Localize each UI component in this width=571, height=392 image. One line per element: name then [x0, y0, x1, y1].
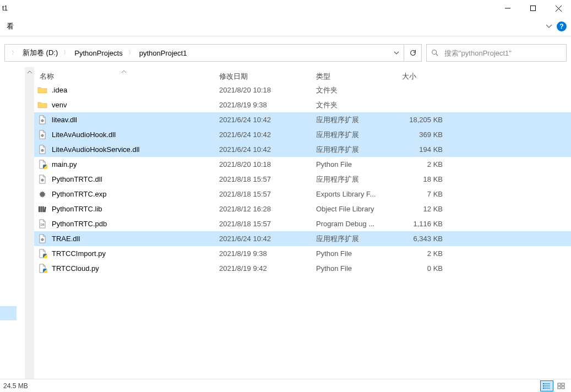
svg-rect-31: [562, 386, 564, 389]
svg-rect-29: [562, 383, 564, 385]
file-name: PythonTRTC.pdb: [52, 220, 107, 228]
file-name: TRTCCImport.py: [52, 249, 106, 258]
details-view-button[interactable]: [540, 380, 553, 391]
thumbnails-view-button[interactable]: [554, 380, 568, 391]
breadcrumb-segment[interactable]: pythonProject1: [137, 45, 189, 61]
file-date: 2021/6/24 10:42: [214, 235, 311, 243]
window-title: t1: [2, 4, 8, 12]
file-name: PythonTRTC.lib: [52, 205, 102, 213]
ribbon-collapse-icon[interactable]: [546, 23, 552, 30]
file-name: TRAE.dll: [52, 235, 80, 243]
file-size: 2 KB: [396, 249, 446, 258]
file-type: 文件夹: [311, 85, 396, 95]
dll-icon: [37, 175, 47, 184]
file-date: 2021/8/18 15:57: [214, 220, 311, 228]
file-size: 1,116 KB: [396, 220, 446, 228]
nav-selected-item[interactable]: [0, 306, 17, 320]
table-row[interactable]: main.py2021/8/20 10:18Python File2 KB: [34, 157, 571, 172]
file-type: 应用程序扩展: [311, 145, 396, 155]
file-date: 2021/6/24 10:42: [214, 116, 311, 124]
file-date: 2021/8/18 15:57: [214, 190, 311, 198]
file-name: LiteAvAudioHook.dll: [52, 130, 116, 139]
file-date: 2021/6/24 10:42: [214, 145, 311, 154]
chevron-right-icon[interactable]: 〉: [8, 49, 20, 57]
breadcrumb-segment[interactable]: 新加卷 (D:): [20, 45, 60, 61]
table-row[interactable]: venv2021/8/19 9:38文件夹: [34, 97, 571, 112]
file-date: 2021/8/20 10:18: [214, 160, 311, 168]
refresh-button[interactable]: [404, 44, 422, 62]
gear-icon: [37, 189, 47, 199]
help-icon[interactable]: ?: [557, 21, 567, 31]
table-row[interactable]: TRTCCloud.py2021/8/19 9:42Python File0 K…: [34, 261, 571, 276]
file-name: TRTCCloud.py: [52, 264, 99, 273]
file-type: 应用程序扩展: [311, 175, 396, 184]
dll-icon: [37, 115, 47, 125]
address-bar[interactable]: 〉 新加卷 (D:) 〉 PythonProjects 〉 pythonProj…: [4, 44, 404, 62]
table-row[interactable]: TRTCCImport.py2021/8/19 9:38Python File2…: [34, 246, 571, 261]
file-size: 0 KB: [396, 264, 446, 273]
file-size: 369 KB: [396, 130, 446, 139]
table-row[interactable]: LiteAvAudioHook.dll2021/6/24 10:42应用程序扩展…: [34, 127, 571, 142]
chevron-right-icon[interactable]: 〉: [60, 49, 72, 57]
svg-rect-16: [41, 206, 42, 212]
minimize-button[interactable]: [495, 0, 520, 17]
table-row[interactable]: PythonTRTC.lib2021/8/12 16:28Object File…: [34, 202, 571, 216]
column-header-date[interactable]: 修改日期: [214, 72, 311, 81]
py-icon: [37, 160, 47, 170]
svg-point-7: [42, 120, 43, 121]
column-headers: 名称 修改日期 类型 大小: [34, 67, 571, 83]
search-box[interactable]: [426, 44, 567, 62]
svg-point-9: [42, 135, 43, 136]
table-row[interactable]: LiteAvAudioHookService.dll2021/6/24 10:4…: [34, 142, 571, 157]
file-date: 2021/6/24 10:42: [214, 130, 311, 139]
file-date: 2021/8/19 9:38: [214, 101, 311, 109]
search-icon: [431, 49, 439, 57]
maximize-button[interactable]: [520, 0, 546, 17]
file-type: 应用程序扩展: [311, 130, 396, 140]
nav-scrollbar[interactable]: [25, 67, 34, 388]
table-row[interactable]: .idea2021/8/20 10:18文件夹: [34, 83, 571, 97]
svg-point-13: [42, 179, 43, 181]
file-size: 7 KB: [396, 190, 446, 198]
folder-icon: [37, 85, 47, 95]
svg-text:DB: DB: [40, 223, 45, 226]
table-row[interactable]: PythonTRTC.exp2021/8/18 15:57Exports Lib…: [34, 187, 571, 202]
table-row[interactable]: DBPythonTRTC.pdb2021/8/18 15:57Program D…: [34, 216, 571, 231]
dll-icon: [37, 145, 47, 155]
svg-rect-30: [558, 386, 561, 389]
file-type: Python File: [311, 160, 396, 168]
file-name: PythonTRTC.exp: [52, 190, 106, 198]
svg-rect-28: [558, 383, 561, 385]
table-row[interactable]: TRAE.dll2021/6/24 10:42应用程序扩展6,343 KB: [34, 231, 571, 246]
search-input[interactable]: [443, 48, 562, 58]
file-name: main.py: [52, 160, 77, 168]
status-selection-size: 24.5 MB: [3, 382, 28, 390]
table-row[interactable]: liteav.dll2021/6/24 10:42应用程序扩展18,205 KB: [34, 112, 571, 127]
file-type: 应用程序扩展: [311, 115, 396, 125]
table-row[interactable]: PythonTRTC.dll2021/8/18 15:57应用程序扩展18 KB: [34, 172, 571, 187]
file-type: Object File Library: [311, 205, 396, 213]
file-type: Program Debug ...: [311, 220, 396, 228]
file-type: 应用程序扩展: [311, 234, 396, 244]
svg-rect-26: [543, 385, 544, 386]
svg-line-5: [436, 54, 438, 56]
file-size: 2 KB: [396, 160, 446, 168]
file-type: Exports Library F...: [311, 190, 396, 198]
column-header-size[interactable]: 大小: [396, 72, 446, 81]
navigation-pane[interactable]: [0, 67, 34, 388]
file-name: PythonTRTC.dll: [52, 175, 102, 183]
address-dropdown-icon[interactable]: [388, 45, 404, 61]
svg-rect-15: [39, 206, 40, 212]
ribbon-tab-view[interactable]: 看: [2, 19, 18, 34]
file-date: 2021/8/12 16:28: [214, 205, 311, 213]
file-size: 18 KB: [396, 175, 446, 183]
breadcrumb-segment[interactable]: PythonProjects: [72, 45, 124, 61]
file-type: Python File: [311, 249, 396, 258]
file-date: 2021/8/19 9:42: [214, 264, 311, 273]
chevron-right-icon[interactable]: 〉: [125, 49, 137, 57]
scroll-up-icon[interactable]: [25, 67, 34, 77]
close-button[interactable]: [546, 0, 571, 17]
column-header-name[interactable]: 名称: [34, 72, 214, 81]
column-header-type[interactable]: 类型: [311, 72, 396, 81]
status-bar: 24.5 MB: [0, 379, 571, 392]
